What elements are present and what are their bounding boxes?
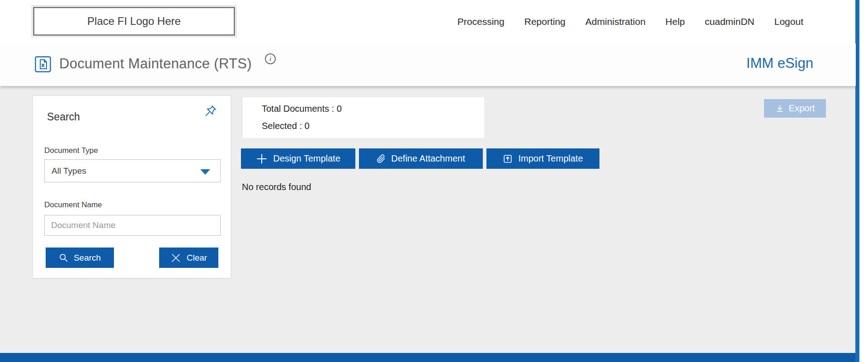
empty-results-message: No records found bbox=[242, 182, 311, 192]
define-attachment-label: Define Attachment bbox=[391, 153, 465, 164]
selected-label: Selected : bbox=[262, 121, 302, 131]
paperclip-icon bbox=[377, 154, 386, 163]
brand-imm-esign: IMM eSign bbox=[746, 55, 813, 71]
define-attachment-button[interactable]: Define Attachment bbox=[359, 148, 483, 169]
document-type-label: Document Type bbox=[44, 146, 98, 155]
export-button[interactable]: Export bbox=[764, 99, 826, 118]
search-icon bbox=[59, 253, 68, 262]
app-root: Place FI Logo Here Processing Reporting … bbox=[0, 0, 868, 362]
selected-line: Selected : 0 bbox=[262, 121, 310, 131]
chevron-down-icon bbox=[200, 169, 210, 175]
fi-logo-placeholder: Place FI Logo Here bbox=[33, 7, 235, 36]
fi-logo-text: Place FI Logo Here bbox=[87, 15, 181, 28]
export-button-label: Export bbox=[789, 103, 815, 114]
document-type-selected-value: All Types bbox=[52, 166, 86, 176]
vertical-scrollbar[interactable] bbox=[855, 0, 859, 362]
search-button[interactable]: Search bbox=[46, 248, 114, 268]
nav-item-help[interactable]: Help bbox=[665, 16, 685, 27]
search-panel-title: Search bbox=[47, 111, 80, 123]
nav-item-processing[interactable]: Processing bbox=[458, 16, 505, 27]
top-nav: Processing Reporting Administration Help… bbox=[458, 0, 803, 43]
download-icon bbox=[775, 104, 784, 113]
nav-item-logout[interactable]: Logout bbox=[774, 16, 803, 27]
import-template-label: Import Template bbox=[518, 153, 583, 164]
nav-item-administration[interactable]: Administration bbox=[585, 16, 646, 27]
top-header: Place FI Logo Here Processing Reporting … bbox=[0, 0, 856, 43]
title-bar: Document Maintenance (RTS) i IMM eSign bbox=[0, 43, 856, 86]
search-panel: Search Document Type All Types Document … bbox=[33, 95, 231, 278]
import-icon bbox=[503, 154, 513, 164]
clear-button-label: Clear bbox=[187, 253, 207, 263]
pin-icon[interactable] bbox=[204, 104, 217, 118]
total-documents-value: 0 bbox=[337, 104, 342, 114]
total-documents-line: Total Documents : 0 bbox=[262, 104, 342, 114]
design-template-button[interactable]: Design Template bbox=[241, 148, 355, 169]
footer-bar bbox=[0, 353, 856, 362]
document-maintenance-icon bbox=[35, 56, 51, 72]
info-icon[interactable]: i bbox=[265, 53, 276, 64]
clear-button[interactable]: Clear bbox=[159, 248, 218, 268]
action-button-row: Design Template Define Attachment bbox=[241, 148, 599, 169]
page-title: Document Maintenance (RTS) bbox=[59, 56, 252, 72]
nav-item-user-cuadmindn[interactable]: cuadminDN bbox=[705, 16, 755, 27]
selected-value: 0 bbox=[305, 121, 310, 131]
search-button-label: Search bbox=[74, 253, 101, 263]
content-area: Search Document Type All Types Document … bbox=[0, 86, 856, 353]
totals-box: Total Documents : 0 Selected : 0 bbox=[242, 97, 484, 138]
total-documents-label: Total Documents : bbox=[262, 104, 334, 114]
document-name-input[interactable] bbox=[44, 215, 221, 236]
close-icon bbox=[170, 252, 181, 263]
nav-item-reporting[interactable]: Reporting bbox=[524, 16, 566, 27]
plus-icon bbox=[256, 153, 268, 165]
design-template-label: Design Template bbox=[273, 153, 340, 164]
document-type-select[interactable]: All Types bbox=[44, 159, 221, 182]
import-template-button[interactable]: Import Template bbox=[486, 148, 599, 169]
document-name-label: Document Name bbox=[44, 200, 102, 210]
